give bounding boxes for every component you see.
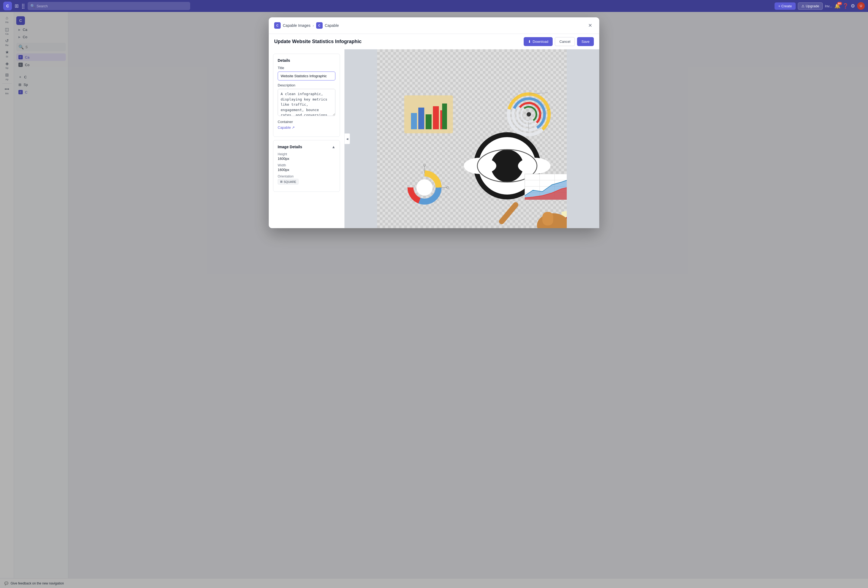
orientation-badge: ⊞ SQUARE: [278, 179, 298, 185]
download-icon: ⬇: [528, 40, 531, 44]
details-section-title: Details: [278, 58, 335, 63]
dialog-header: C Capable Images › C Capable ✕: [269, 17, 599, 34]
warning-icon: ⚠: [802, 4, 805, 8]
description-field-row: Description A clean infographic, display…: [278, 83, 335, 117]
notifications-button[interactable]: 🔔 9+: [834, 3, 840, 9]
image-details-section: Image Details ▲ Height 1600px Width 1600…: [273, 140, 340, 192]
infographic-svg: [377, 49, 567, 228]
orientation-icon: ⊞: [280, 180, 283, 183]
collapse-button[interactable]: ▲: [332, 145, 335, 149]
svg-rect-19: [498, 201, 520, 225]
dialog-titlebar: Update Website Statistics Infographic ⬇ …: [269, 34, 599, 49]
close-button[interactable]: ✕: [586, 22, 594, 29]
svg-point-28: [416, 179, 433, 196]
help-button[interactable]: ❓: [843, 3, 849, 9]
breadcrumb-parent-logo: C: [274, 22, 280, 29]
external-link-icon: ↗: [292, 126, 295, 130]
container-field-row: Container Capable ↗: [278, 120, 335, 130]
description-textarea[interactable]: A clean infographic, displaying key metr…: [278, 89, 335, 116]
breadcrumb-parent-text: Capable Images: [283, 23, 310, 28]
breadcrumb-child-text: Capable: [325, 23, 339, 28]
breadcrumb: C Capable Images › C Capable: [274, 22, 339, 29]
dialog-actions: ⬇ Download Cancel Save: [524, 37, 594, 46]
notification-badge: 9+: [837, 2, 842, 5]
breadcrumb-separator: ›: [313, 23, 314, 28]
avatar[interactable]: U: [857, 2, 865, 10]
image-details-title: Image Details: [278, 145, 302, 149]
height-row: Height 1600px: [278, 152, 335, 161]
dialog-overlay: C Capable Images › C Capable ✕ Update We…: [0, 12, 868, 588]
svg-rect-6: [442, 103, 447, 129]
app-logo[interactable]: C: [3, 1, 12, 10]
settings-button[interactable]: ⚙: [851, 3, 855, 9]
height-label: Height: [278, 152, 335, 156]
topbar-actions: + Create ⚠ Upgrade Inv... 🔔 9+ ❓ ⚙ U: [775, 2, 865, 10]
svg-point-22: [464, 158, 496, 174]
description-label: Description: [278, 83, 335, 87]
cancel-button[interactable]: Cancel: [555, 37, 575, 46]
grid-icon[interactable]: ⊞: [15, 3, 19, 9]
download-button[interactable]: ⬇ Download: [524, 37, 553, 46]
svg-rect-48: [542, 212, 553, 225]
breadcrumb-child-logo: C: [316, 22, 323, 29]
upgrade-button[interactable]: ⚠ Upgrade: [798, 3, 823, 10]
title-label: Title: [278, 66, 335, 70]
width-value: 1600px: [278, 168, 335, 172]
height-value: 1600px: [278, 157, 335, 161]
svg-rect-1: [411, 113, 417, 129]
svg-rect-2: [418, 108, 424, 129]
svg-rect-3: [426, 114, 431, 129]
dialog-body: Details Title Description A clean infogr…: [269, 49, 599, 228]
details-section: Details Title Description A clean infogr…: [273, 54, 340, 137]
canvas-container: [377, 49, 567, 228]
canvas-area: ◀: [345, 49, 599, 228]
width-label: Width: [278, 163, 335, 167]
collapse-panel-button[interactable]: ◀: [345, 133, 350, 144]
apps-icon[interactable]: ⣿: [21, 3, 25, 9]
svg-point-23: [518, 158, 551, 174]
left-panel: Details Title Description A clean infogr…: [269, 49, 345, 228]
width-row: Width 1600px: [278, 163, 335, 172]
dialog-title: Update Website Statistics Infographic: [274, 39, 362, 44]
container-label: Container: [278, 120, 335, 124]
search-input[interactable]: [37, 4, 187, 8]
create-button[interactable]: + Create: [775, 3, 796, 10]
title-input[interactable]: [278, 71, 335, 80]
dialog: C Capable Images › C Capable ✕ Update We…: [269, 17, 599, 228]
svg-point-15: [527, 112, 531, 117]
container-link[interactable]: Capable ↗: [278, 126, 335, 130]
save-button[interactable]: Save: [577, 37, 594, 46]
svg-rect-4: [433, 106, 439, 129]
search-icon: 🔍: [30, 4, 35, 8]
orientation-row: Orientation ⊞ SQUARE: [278, 174, 335, 185]
invite-button[interactable]: Inv...: [825, 4, 832, 8]
title-field-row: Title: [278, 66, 335, 80]
search-bar[interactable]: 🔍: [28, 2, 190, 10]
topbar: C ⊞ ⣿ 🔍 + Create ⚠ Upgrade Inv... 🔔 9+ ❓…: [0, 0, 868, 12]
orientation-label: Orientation: [278, 174, 335, 178]
image-details-header: Image Details ▲: [278, 145, 335, 149]
